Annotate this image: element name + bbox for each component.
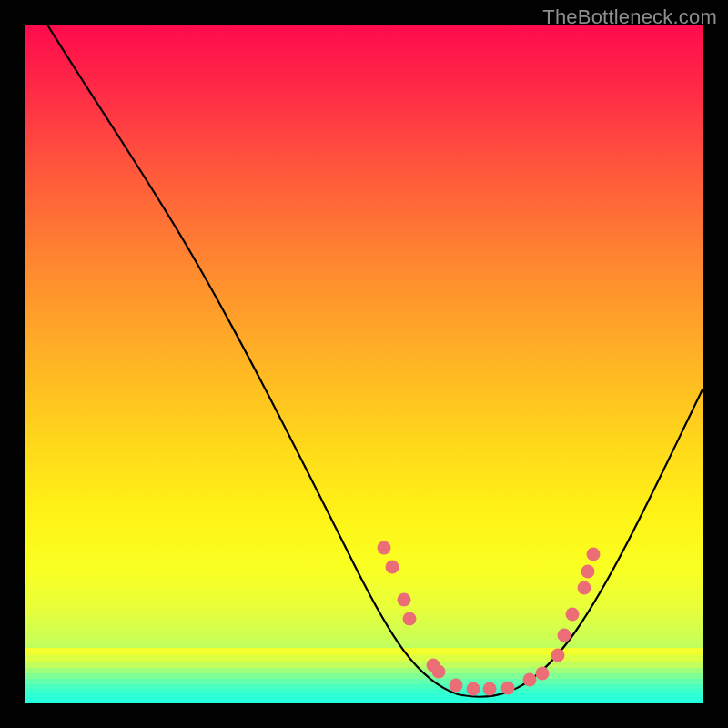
data-dot — [386, 561, 399, 574]
data-dot — [578, 581, 592, 595]
data-dot — [551, 649, 565, 662]
bottleneck-curve — [25, 25, 703, 703]
data-dot — [501, 682, 515, 695]
data-dot — [398, 593, 411, 607]
data-dot — [403, 612, 417, 626]
data-dot — [558, 629, 571, 642]
watermark-text: TheBottleneck.com — [542, 5, 717, 29]
data-dot — [432, 665, 446, 679]
data-dot — [536, 667, 550, 681]
data-dot — [378, 541, 391, 555]
data-dot — [483, 682, 497, 696]
data-dot — [581, 565, 595, 579]
data-dot — [467, 682, 480, 696]
data-dot — [523, 673, 537, 687]
data-dot — [566, 608, 580, 622]
data-dot — [587, 548, 601, 561]
chart-frame: TheBottleneck.com — [0, 0, 728, 728]
plot-area — [25, 25, 703, 703]
data-dot — [450, 679, 463, 693]
